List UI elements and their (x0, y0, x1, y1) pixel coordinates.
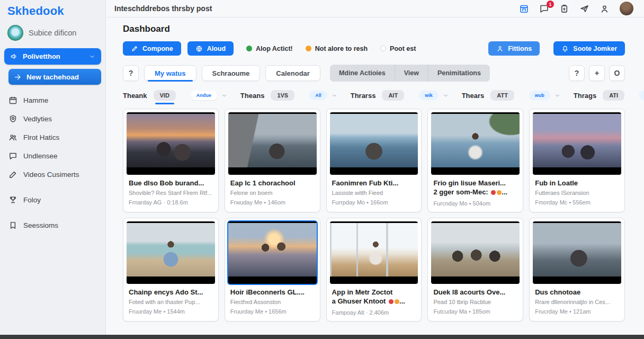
sidebar-item-label: Undlensee (23, 152, 58, 160)
topbar: Inteschddrebos thrsby post 1 (106, 0, 644, 17)
bell-icon (561, 45, 569, 52)
topbar-title: Inteschddrebos thrsby post (114, 4, 212, 13)
compose-button[interactable]: Compone (123, 41, 181, 56)
filter-mini-all[interactable]: All (309, 91, 327, 100)
chevron-down-icon[interactable] (332, 93, 337, 99)
post-meta: Futcuday Ma • 185om (433, 308, 517, 315)
post-thumbnail (127, 112, 215, 175)
pen-icon (8, 170, 17, 179)
chevron-down-icon[interactable] (443, 93, 449, 99)
menu-item-mdine-actioies[interactable]: Mdine Actioies (330, 65, 395, 82)
sidebar-item-label: Foloy (23, 196, 41, 204)
post-meta: Frucrday Me • 121am (535, 308, 619, 315)
page-selector-dropdown[interactable]: Polivetthon (4, 48, 101, 65)
post-card-1[interactable]: Bue dlso Bob burand... Shovible? Res Sta… (123, 109, 219, 212)
help-button-secondary[interactable]: ? (569, 65, 585, 81)
chevron-down-icon[interactable] (554, 93, 560, 99)
user-avatar[interactable] (620, 2, 633, 15)
sidebar-item-flrot-hatics[interactable]: Flrot Hatics (0, 128, 105, 147)
post-title-line: 2 gger som-Mec: ... (433, 188, 517, 197)
tab-calenodar[interactable]: Calenodar (265, 65, 320, 81)
sidebar-item-foloy[interactable]: Foloy (0, 191, 105, 209)
filter-pill-1vs[interactable]: 1VS (271, 90, 294, 101)
sidebar-item-new-tachehoad[interactable]: New tachehoad (8, 69, 101, 85)
post-meta: Furrpday Mo • 166om (332, 199, 416, 206)
sidebar-nav: HammeVedlytiesFlrot HaticsUndlenseeVideo… (0, 91, 105, 235)
clipboard-icon[interactable] (559, 4, 569, 14)
notification-badge: 1 (547, 1, 554, 8)
post-title-line: a Ghuser Kntoot ... (332, 297, 416, 306)
button-label: Soote Jomker (573, 45, 617, 52)
post-card-6[interactable]: Chainp encys Ado St... Foted with an tha… (123, 218, 219, 322)
post-card-7[interactable]: Hoir iBeconnerls GL.... Fiecthxd Assonst… (225, 218, 320, 322)
post-subtitle: Fiecthxd Assonston (230, 299, 315, 305)
post-card-3[interactable]: Faonimren Fub Kti... Lassiste witth Fiee… (326, 109, 422, 212)
main-area: Inteschddrebos thrsby post 1 Dashboard C… (106, 0, 644, 339)
filter-mini-wik[interactable]: wik (419, 91, 439, 100)
megaphone-icon (10, 52, 18, 60)
arrow-right-icon (14, 73, 22, 81)
status-dot (306, 46, 311, 51)
post-card-9[interactable]: Duek l8 acourts Ove... Pead 10 tbrip Rac… (427, 218, 523, 322)
post-title: App in Metr Zoctota Ghuser Kntoot ... (332, 288, 416, 306)
workspace-avatar (7, 25, 23, 41)
account-icon[interactable] (600, 4, 610, 14)
send-icon[interactable] (579, 4, 589, 14)
help-button[interactable]: ? (123, 65, 139, 81)
shield-icon (8, 114, 17, 123)
filter-pill-att[interactable]: ATT (490, 90, 514, 101)
filter-mini-andue[interactable]: Andue (191, 91, 217, 100)
post-meta: Frnarday AG · 0:18.6m (129, 199, 213, 206)
menu-item-view[interactable]: View (395, 65, 428, 82)
post-meta: Fruurday Me • 1656m (230, 308, 315, 315)
filter-pill-vid[interactable]: VID (154, 90, 176, 101)
tab-schraoume[interactable]: Schraoume (202, 65, 261, 81)
publish-button[interactable]: Aloud (187, 41, 234, 56)
record-button[interactable]: O (609, 65, 625, 81)
post-title-line: Faonimren Fub Kti... (332, 179, 416, 188)
status-label: Poot est (390, 45, 416, 52)
status-legend: Alop Actict!Not alore to reshPoot est (246, 45, 416, 52)
workspace-row[interactable]: Subice dificon (0, 18, 105, 45)
tab-my-watus[interactable]: My watus (144, 65, 196, 81)
sidebar-item-label: Flrot Hatics (23, 133, 59, 141)
post-title: Frio gin lisue Maseri...2 gger som-Mec: … (433, 179, 517, 197)
fittions-button[interactable]: Fittions (488, 41, 540, 56)
chevron-down-icon[interactable] (221, 93, 227, 99)
sidebar-item-undlensee[interactable]: Undlensee (0, 147, 105, 165)
post-title: Fub in Loatle (535, 179, 619, 188)
sidebar-item-label: Vedlyties (23, 115, 52, 123)
sidebar-item-vedlyties[interactable]: Vedlyties (0, 110, 105, 128)
sidebar-item-hamme[interactable]: Hamme (0, 91, 105, 110)
post-title-line: Dus chnotoae (535, 288, 619, 297)
filter-mini-oh[interactable]: oh (639, 91, 644, 100)
sidebar-item-videos-cusimerts[interactable]: Videos Cusimerts (0, 165, 105, 184)
post-card-4[interactable]: Frio gin lisue Maseri...2 gger som-Mec: … (427, 109, 523, 212)
status-dot (246, 46, 252, 51)
post-card-10[interactable]: Dus chnotoae Rrare dllenorinnatjlo in Ce… (529, 218, 625, 322)
post-title-line: Fub in Loatle (535, 179, 619, 188)
filter-pill-ait[interactable]: AIT (382, 90, 404, 101)
status-dot (380, 46, 386, 51)
sidebar-item-seessioms[interactable]: Seessioms (0, 216, 105, 235)
post-card-8[interactable]: App in Metr Zoctota Ghuser Kntoot ... Fa… (326, 218, 422, 322)
post-card-5[interactable]: Fub in Loatle Futteraes ISoransion Fmord… (529, 109, 625, 212)
globe-icon (195, 45, 203, 52)
messages-icon[interactable]: 1 (539, 4, 549, 14)
page-selector-label: Polivetthon (23, 52, 60, 60)
post-thumbnail (431, 221, 520, 284)
soote-jomker-button[interactable]: Soote Jomker (553, 41, 625, 56)
sidebar-item-label: Hamme (23, 96, 48, 104)
post-title: Bue dlso Bob burand... (129, 179, 213, 188)
post-card-2[interactable]: Eap lc 1 chorachool Felone on boem Frwud… (225, 109, 320, 212)
post-title: Duek l8 acourts Ove... (433, 288, 517, 297)
filter-pill-ati[interactable]: ATI (603, 90, 624, 101)
planner-icon[interactable] (519, 4, 529, 14)
filter-mini-wub[interactable]: wub (529, 91, 550, 100)
post-title-line: Bue dlso Bob burand... (129, 179, 213, 188)
post-meta: Furcnday Mo • 504om (433, 200, 517, 207)
menu-item-penimitations[interactable]: Penimitations (428, 65, 490, 82)
reaction-dot (389, 299, 393, 304)
post-meta: Fmorday Mc • 556em (535, 199, 619, 206)
add-button[interactable]: + (589, 65, 605, 81)
